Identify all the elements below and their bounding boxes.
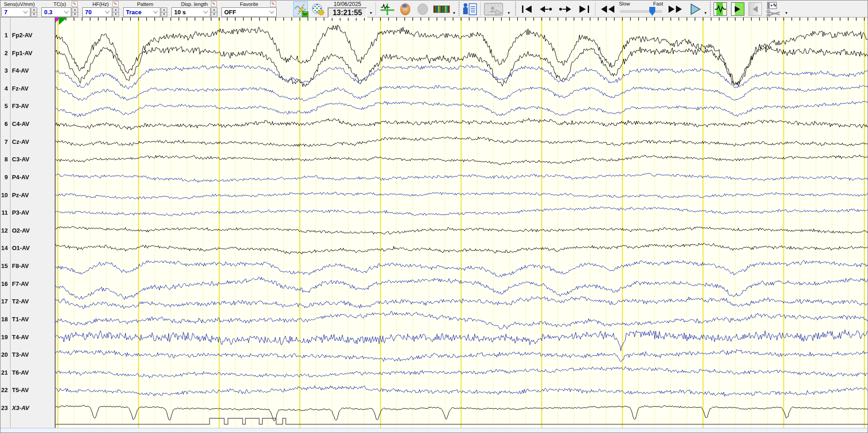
notch-filter-button[interactable]: 50 xyxy=(293,1,308,17)
skip-to-start-button[interactable] xyxy=(520,4,535,14)
datetime-dropdown-arrow[interactable]: ▾ xyxy=(370,11,372,15)
channel-row-T5-AV[interactable]: 22T5-AV xyxy=(0,386,55,394)
head-map-gray-icon xyxy=(416,2,429,16)
view-dropdown-arrow[interactable]: ▾ xyxy=(453,11,455,15)
skip-end-icon xyxy=(578,5,590,13)
patient-info-button[interactable] xyxy=(461,1,479,17)
sens-value: 7 xyxy=(4,9,24,16)
channel-number: 1 xyxy=(0,31,8,40)
channel-row-O2-AV[interactable]: 12O2-AV xyxy=(0,226,55,234)
eeg-trace-F3-AV xyxy=(56,101,868,117)
channel-row-F8-AV[interactable]: 15F8-AV xyxy=(0,262,55,270)
play-dropdown-arrow[interactable]: ▾ xyxy=(704,11,707,15)
disp-length-edit-pencil-icon[interactable]: ✎ xyxy=(211,1,217,7)
hf-spin-up-button[interactable]: ▲ xyxy=(113,7,119,12)
speed-slider-track[interactable] xyxy=(620,11,662,12)
channel-row-C3-AV[interactable]: 8C3-AV xyxy=(0,155,55,163)
pattern-dropdown[interactable]: Trace xyxy=(123,7,160,17)
channel-name: T1-AV xyxy=(12,316,29,323)
hf-spin-down-button[interactable]: ▼ xyxy=(113,12,119,17)
favorite-label: Favorite xyxy=(240,1,258,7)
channel-row-F4-AV[interactable]: 3F4-AV xyxy=(0,66,55,74)
sens-spin-down-button[interactable]: ▼ xyxy=(31,12,37,17)
disp-length-dropdown[interactable]: 10 s xyxy=(171,7,210,17)
review-wave-button[interactable] xyxy=(714,2,727,16)
hf-edit-pencil-icon[interactable]: ✎ xyxy=(113,1,119,7)
channel-row-P3-AV[interactable]: 11P3-AV xyxy=(0,208,55,216)
favorite-edit-pencil-icon[interactable]: ✎ xyxy=(270,1,276,7)
channel-row-T1-AV[interactable]: 18T1-AV xyxy=(0,315,55,323)
tc-spinner: ▲▼ xyxy=(72,7,78,17)
channel-row-Fz-AV[interactable]: 4Fz-AV xyxy=(0,84,55,92)
tc-dropdown[interactable]: 0.3 xyxy=(41,7,71,17)
pattern-spin-up-button[interactable]: ▲ xyxy=(161,7,167,12)
dsa-spectrogram-button[interactable] xyxy=(432,5,451,14)
channel-row-T3-AV[interactable]: 20T3-AV xyxy=(0,350,55,359)
step-back-button[interactable] xyxy=(537,4,555,14)
channel-row-T6-AV[interactable]: 21T6-AV xyxy=(0,368,55,376)
play-icon xyxy=(689,3,702,16)
channel-row-X3-AV[interactable]: 23X3-AV xyxy=(0,404,55,412)
wave-crosshair-icon xyxy=(380,3,395,16)
favorite-dropdown[interactable]: OFF xyxy=(221,7,277,17)
separator xyxy=(595,2,596,16)
electrode-map-settings-button[interactable] xyxy=(310,2,326,17)
channel-name: T3-AV xyxy=(12,351,29,358)
trace-view-button[interactable] xyxy=(379,2,396,16)
fast-forward-button[interactable] xyxy=(666,4,685,14)
channel-number: 3 xyxy=(0,67,8,75)
clip-dropdown-arrow[interactable]: ▾ xyxy=(785,11,788,15)
fast-label: Fast xyxy=(653,1,663,6)
disp-length-spin-down-button[interactable]: ▼ xyxy=(211,12,217,17)
combo-group-disp-length: Disp. length✎10 s▲▼ xyxy=(171,0,217,17)
eeg-trace-canvas xyxy=(56,17,868,428)
eeg-trace-F8-AV xyxy=(56,260,868,277)
channel-name: O1-AV xyxy=(12,245,30,251)
separator xyxy=(375,2,376,16)
sens-dropdown[interactable]: 7 xyxy=(1,7,30,17)
video-dropdown-arrow[interactable]: ▾ xyxy=(508,11,510,15)
channel-row-Pz-AV[interactable]: 10Pz-AV xyxy=(0,191,55,199)
channel-name: F3-AV xyxy=(12,103,29,109)
head-map-button[interactable] xyxy=(397,2,413,17)
video-clip-cut-button[interactable] xyxy=(765,1,783,17)
disp-length-spin-up-button[interactable]: ▲ xyxy=(211,7,217,12)
eeg-trace-X3-AV xyxy=(56,405,868,421)
eeg-trace-area[interactable] xyxy=(56,17,868,428)
date-text: 10/06/2025 xyxy=(334,1,361,7)
play-selection-button[interactable] xyxy=(731,2,744,16)
channel-number: 11 xyxy=(0,209,8,217)
channel-row-Fp1-AV[interactable]: 2Fp1-AV xyxy=(0,49,55,57)
channel-row-Cz-AV[interactable]: 7Cz-AV xyxy=(0,137,55,146)
skip-to-end-button[interactable] xyxy=(576,4,591,14)
channel-row-F7-AV[interactable]: 16F7-AV xyxy=(0,279,55,288)
rewind-button[interactable] xyxy=(598,4,617,14)
channel-number: 23 xyxy=(0,404,8,412)
channel-row-Fp2-AV[interactable]: 1Fp2-AV xyxy=(0,31,55,39)
combo-group-hf: HF(Hz)✎70▲▼ xyxy=(82,0,119,17)
tc-spin-up-button[interactable]: ▲ xyxy=(72,7,78,12)
channel-name: T6-AV xyxy=(12,369,29,376)
channel-row-F3-AV[interactable]: 5F3-AV xyxy=(0,102,55,110)
step-forward-button[interactable] xyxy=(556,4,574,14)
channel-row-C4-AV[interactable]: 6C4-AV xyxy=(0,120,55,128)
channel-row-T4-AV[interactable]: 19T4-AV xyxy=(0,333,55,341)
horizontal-scrollbar[interactable] xyxy=(0,428,868,433)
video-button xyxy=(483,2,505,17)
tc-edit-pencil-icon[interactable]: ✎ xyxy=(72,1,78,7)
hf-dropdown[interactable]: 70 xyxy=(82,7,112,17)
channel-label-panel: 1Fp2-AV2Fp1-AV3F4-AV4Fz-AV5F3-AV6C4-AV7C… xyxy=(0,17,56,428)
speed-slider-handle[interactable] xyxy=(649,7,655,16)
sens-spin-up-button[interactable]: ▲ xyxy=(31,7,37,12)
channel-row-P4-AV[interactable]: 9P4-AV xyxy=(0,173,55,181)
channel-row-T2-AV[interactable]: 17T2-AV xyxy=(0,297,55,305)
pattern-spin-down-button[interactable]: ▼ xyxy=(161,12,167,17)
play-button[interactable] xyxy=(688,2,703,16)
chevron-down-icon xyxy=(204,9,208,14)
tc-spin-down-button[interactable]: ▼ xyxy=(72,12,78,17)
channel-name: F7-AV xyxy=(12,280,29,287)
channel-number: 18 xyxy=(0,315,8,324)
hf-value: 70 xyxy=(85,9,106,16)
chevron-down-icon xyxy=(64,9,69,14)
channel-row-O1-AV[interactable]: 14O1-AV xyxy=(0,244,55,252)
